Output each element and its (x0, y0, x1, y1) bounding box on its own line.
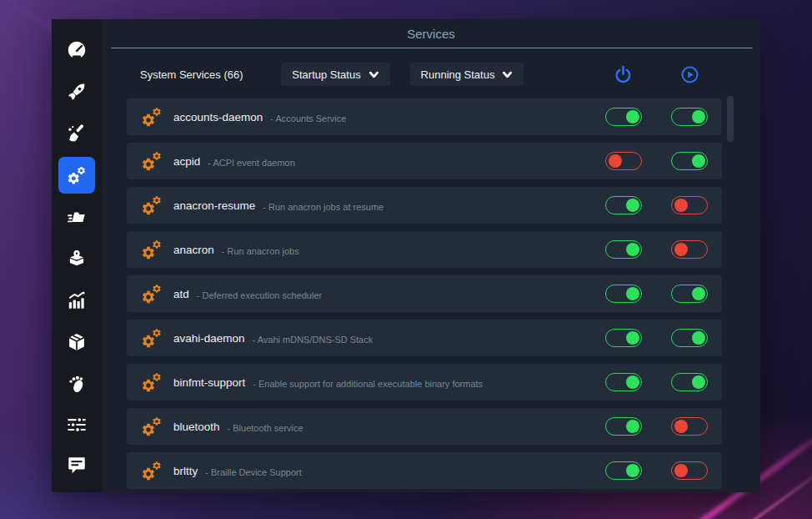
box-disc-icon (66, 248, 88, 270)
running-toggle[interactable] (671, 108, 708, 126)
scrollbar-thumb[interactable] (727, 96, 734, 142)
service-description: - Avahi mDNS/DNS-SD Stack (253, 335, 373, 345)
startup-toggle[interactable] (605, 240, 642, 259)
page-title: Services (102, 27, 760, 41)
sidebar-item-packages[interactable] (56, 321, 98, 363)
service-gears-icon (140, 282, 163, 305)
gauge-icon (66, 39, 88, 61)
sidebar-item-system-cleaner[interactable] (56, 113, 98, 154)
service-row: bluetooth - Bluetooth service (127, 408, 722, 445)
service-description: - Braille Device Support (205, 467, 302, 477)
sidebar-item-services[interactable] (58, 157, 95, 194)
service-gears-icon (140, 238, 163, 261)
service-name: brltty (173, 465, 198, 477)
service-name: anacron (173, 244, 214, 256)
running-status-dropdown[interactable]: Running Status (410, 63, 524, 86)
sidebar-item-processes[interactable] (56, 196, 98, 238)
service-name: anacron-resume (173, 199, 255, 212)
broom-icon (66, 123, 88, 144)
sliders-icon (66, 414, 88, 436)
running-toggle[interactable] (671, 329, 708, 347)
sidebar-item-settings[interactable] (56, 405, 98, 445)
startup-toggle[interactable] (605, 461, 642, 480)
service-gears-icon (140, 194, 163, 217)
service-row: brltty - Braille Device Support (127, 452, 722, 489)
service-description: - Bluetooth service (228, 423, 303, 433)
service-row: binfmt-support - Enable support for addi… (127, 364, 722, 401)
chevron-down-icon (368, 69, 379, 80)
sidebar-item-gnome-settings[interactable] (56, 363, 98, 405)
service-description: - Run anacron jobs (222, 246, 299, 256)
sidebar-item-dashboard[interactable] (56, 29, 98, 71)
service-list: accounts-daemon - Accounts Service acpid… (127, 98, 722, 492)
chat-bubble-icon (66, 454, 88, 476)
startup-status-dropdown[interactable]: Startup Status (281, 63, 390, 86)
running-toggle[interactable] (671, 373, 708, 391)
service-description: - Enable support for additional executab… (253, 379, 483, 389)
sidebar-item-uninstaller[interactable] (56, 238, 98, 280)
startup-toggle[interactable] (605, 373, 642, 391)
sidebar-item-startup-apps[interactable] (56, 71, 98, 113)
startup-toggle[interactable] (605, 417, 642, 436)
service-gears-icon (140, 105, 163, 128)
speed-folder-icon (66, 206, 88, 228)
service-description: - Deferred execution scheduler (197, 290, 322, 300)
service-gears-icon (140, 370, 163, 394)
service-name: binfmt-support (173, 376, 245, 389)
startup-status-dropdown-label: Startup Status (292, 68, 360, 81)
service-row: atd - Deferred execution scheduler (127, 275, 722, 312)
startup-column-header-button[interactable] (604, 63, 641, 86)
startup-toggle[interactable] (605, 196, 642, 214)
service-description: - Accounts Service (270, 113, 346, 123)
main-panel: Services System Services (66) Startup St… (102, 19, 760, 492)
rocket-icon (66, 81, 88, 103)
chevron-down-icon (502, 69, 513, 80)
service-row: avahi-daemon - Avahi mDNS/DNS-SD Stack (127, 320, 722, 356)
startup-toggle[interactable] (605, 329, 642, 347)
service-gears-icon (140, 149, 163, 173)
running-status-dropdown-label: Running Status (421, 68, 495, 81)
service-name: accounts-daemon (173, 111, 263, 123)
sidebar-item-resources[interactable] (56, 280, 98, 321)
startup-toggle[interactable] (605, 285, 642, 303)
service-description: - Run anacron jobs at resume (263, 202, 383, 212)
package-box-icon (66, 331, 88, 353)
service-gears-icon (140, 415, 163, 438)
service-count-label: System Services (66) (140, 68, 243, 81)
startup-toggle[interactable] (605, 108, 642, 126)
service-gears-icon (140, 326, 163, 350)
title-separator (111, 48, 753, 48)
running-toggle[interactable] (671, 196, 708, 214)
service-name: atd (173, 288, 189, 300)
service-name: acpid (173, 155, 200, 168)
service-row: anacron - Run anacron jobs (127, 231, 722, 268)
service-row: acpid - ACPI event daemon (127, 143, 722, 179)
service-row: accounts-daemon - Accounts Service (127, 98, 722, 135)
service-row: anacron-resume - Run anacron jobs at res… (127, 187, 722, 224)
running-column-header-button[interactable] (671, 63, 708, 86)
running-toggle[interactable] (671, 152, 708, 170)
gnome-foot-icon (66, 373, 88, 395)
gears-icon (66, 164, 88, 186)
sidebar (52, 19, 102, 492)
running-toggle[interactable] (671, 285, 708, 303)
service-name: bluetooth (173, 421, 220, 433)
power-icon (614, 65, 633, 84)
service-gears-icon (140, 459, 163, 482)
service-name: avahi-daemon (173, 332, 245, 345)
sidebar-item-feedback[interactable] (56, 445, 98, 485)
running-toggle[interactable] (671, 461, 708, 480)
service-description: - ACPI event daemon (208, 158, 295, 168)
startup-toggle[interactable] (605, 152, 642, 170)
app-window: Services System Services (66) Startup St… (52, 19, 760, 492)
running-toggle[interactable] (671, 240, 708, 259)
bar-chart-icon (66, 290, 88, 311)
running-toggle[interactable] (671, 417, 708, 436)
play-circle-icon (680, 65, 699, 84)
